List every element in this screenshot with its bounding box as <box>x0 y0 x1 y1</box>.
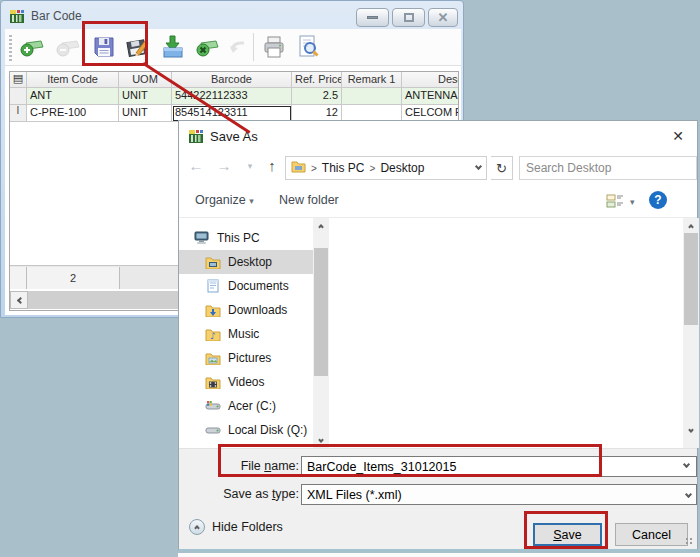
toolbar-grip[interactable] <box>9 35 12 61</box>
import-icon[interactable] <box>160 34 186 60</box>
preview-icon[interactable] <box>295 34 321 60</box>
barcode-app-icon <box>9 8 25 24</box>
videos-icon <box>205 376 221 389</box>
chevron-down-icon <box>318 437 324 443</box>
cell-item-code[interactable]: ANT <box>27 88 119 105</box>
command-bar: Organize ▾ New folder ▾ ? <box>179 185 697 218</box>
refresh-icon: ↻ <box>496 161 507 176</box>
scrollbar-thumb[interactable] <box>314 248 328 376</box>
barcode-titlebar[interactable]: Bar Code <box>9 7 82 25</box>
scroll-up-button[interactable] <box>683 218 699 232</box>
sidebar-item-documents[interactable]: Documents <box>179 274 313 298</box>
scroll-up-button[interactable] <box>313 218 329 232</box>
breadcrumb-desktop[interactable]: Desktop <box>380 161 424 175</box>
col-header-item-code[interactable]: Item Code <box>27 72 119 88</box>
breadcrumb-this-pc[interactable]: This PC <box>322 161 365 175</box>
barcode-window-title: Bar Code <box>31 9 82 23</box>
sidebar-item-this-pc[interactable]: This PC <box>179 226 313 250</box>
add-icon[interactable] <box>19 34 45 60</box>
dialog-titlebar[interactable]: Save As ✕ <box>179 121 697 151</box>
sidebar-item-downloads[interactable]: Downloads <box>179 298 313 322</box>
cell-barcode[interactable]: 544222112333 <box>172 88 292 105</box>
music-icon: ♪ <box>205 328 221 341</box>
dialog-app-icon <box>188 128 204 144</box>
pictures-icon <box>205 352 221 365</box>
annotation-box-toolbar <box>82 21 148 66</box>
back-icon[interactable]: ← <box>185 157 207 174</box>
sidebar-item-local-disk-q[interactable]: Local Disk (Q:) <box>179 418 313 442</box>
chevron-up-circle-icon <box>189 519 205 535</box>
drive-icon <box>205 424 221 436</box>
save-as-type-select[interactable]: XML Files (*.xml) <box>301 484 697 505</box>
cell-uom[interactable]: UNIT <box>119 105 172 122</box>
search-input[interactable] <box>519 156 697 180</box>
close-icon: ✕ <box>672 128 684 144</box>
chevron-up-icon <box>688 224 694 230</box>
help-button[interactable]: ? <box>649 191 667 209</box>
delete-icon[interactable] <box>194 34 220 60</box>
chevron-up-icon <box>318 224 324 230</box>
col-header-description[interactable]: Description <box>402 72 459 88</box>
minimize-button[interactable] <box>356 8 389 27</box>
hide-folders-button[interactable]: Hide Folders <box>189 519 283 535</box>
sidebar-item-videos[interactable]: Videos <box>179 370 313 394</box>
views-icon[interactable] <box>606 193 624 213</box>
grid-selector-header[interactable]: ▤ <box>10 72 27 88</box>
dialog-close-button[interactable]: ✕ <box>667 126 689 146</box>
sidebar-item-pictures[interactable]: Pictures <box>179 346 313 370</box>
close-button[interactable]: ✕ <box>428 8 458 27</box>
this-pc-icon <box>194 231 210 245</box>
annotation-box-file-name <box>218 444 602 477</box>
col-header-ref-price[interactable]: Ref. Price <box>292 72 342 88</box>
barcode-toolbar <box>5 29 461 66</box>
help-icon: ? <box>654 193 661 207</box>
caret-down-icon: ▾ <box>249 196 254 206</box>
sidebar-item-acer-c[interactable]: Acer (C:) <box>179 394 313 418</box>
file-list-empty[interactable] <box>329 218 683 448</box>
cell-remark-1[interactable] <box>342 88 402 105</box>
breadcrumb-dropdown-icon[interactable] <box>475 163 482 170</box>
cell-uom[interactable]: UNIT <box>119 88 172 105</box>
svg-text:♪: ♪ <box>210 331 216 341</box>
resize-grip-icon[interactable] <box>685 537 694 546</box>
save-as-type-label: Save as type: <box>189 487 299 501</box>
forward-icon[interactable]: → <box>213 157 235 174</box>
new-folder-button[interactable]: New folder <box>279 193 339 207</box>
maximize-button[interactable] <box>392 8 425 27</box>
toolbar-separator <box>253 33 254 61</box>
file-list-scrollbar[interactable] <box>683 218 699 448</box>
row-edit-indicator[interactable]: I <box>10 105 27 122</box>
cell-item-code[interactable]: C-PRE-100 <box>27 105 119 122</box>
breadcrumb[interactable]: > This PC > Desktop <box>285 156 487 180</box>
sidebar-item-music[interactable]: ♪ Music <box>179 322 313 346</box>
organize-button[interactable]: Organize ▾ <box>195 193 254 207</box>
sidebar-item-desktop[interactable]: Desktop <box>179 250 313 274</box>
table-row[interactable]: ANT UNIT 544222112333 2.5 ANTENNA <box>10 88 459 105</box>
dialog-content: This PC Desktop Documents Downloads ♪ Mu… <box>179 218 697 448</box>
dialog-bottom-strip <box>178 553 700 557</box>
close-icon: ✕ <box>438 11 449 24</box>
save-as-dialog: Save As ✕ ← → ▾ ↑ > This PC > Desktop ↻ … <box>178 120 698 551</box>
sidebar-scrollbar[interactable] <box>313 218 329 448</box>
col-header-barcode[interactable]: Barcode <box>172 72 292 88</box>
navigation-pane: This PC Desktop Documents Downloads ♪ Mu… <box>179 218 313 448</box>
col-header-remark-1[interactable]: Remark 1 <box>342 72 402 88</box>
breadcrumb-separator: > <box>370 163 376 174</box>
chevron-down-icon <box>685 491 692 498</box>
cell-ref-price[interactable]: 2.5 <box>292 88 342 105</box>
scroll-left-button[interactable] <box>10 291 28 309</box>
print-icon[interactable] <box>261 34 287 60</box>
refresh-button[interactable]: ↻ <box>491 156 513 180</box>
cell-description[interactable]: ANTENNA <box>402 88 459 105</box>
minimize-icon <box>367 16 378 19</box>
views-dropdown-icon[interactable]: ▾ <box>630 197 635 207</box>
recent-locations-chevron-icon[interactable]: ▾ <box>239 161 261 171</box>
grid-header-row: ▤ Item Code UOM Barcode Ref. Price Remar… <box>10 72 459 88</box>
row-selector[interactable] <box>10 88 27 105</box>
desktop: Bar Code ✕ <box>0 0 700 557</box>
scrollbar-thumb[interactable] <box>684 233 698 325</box>
dialog-title: Save As <box>210 129 258 144</box>
up-icon[interactable]: ↑ <box>261 157 283 174</box>
cancel-button[interactable]: Cancel <box>615 523 688 546</box>
scroll-down-button[interactable] <box>683 424 699 438</box>
